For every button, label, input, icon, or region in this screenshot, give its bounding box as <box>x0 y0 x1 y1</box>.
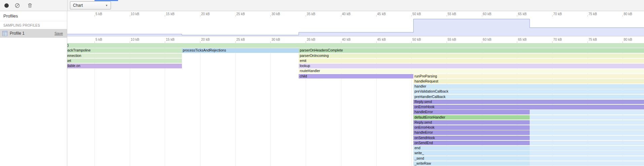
flame-bar[interactable]: end <box>413 146 530 151</box>
profile-item-profile-1[interactable]: Profile 1 Save <box>0 29 67 38</box>
ruler-tick-label: 50 kB <box>411 38 421 41</box>
flame-bar-unlabeled[interactable] <box>530 120 644 125</box>
view-mode-select[interactable]: Chart ▼ <box>70 1 111 9</box>
flame-bar[interactable]: preValidationCallback <box>413 89 644 94</box>
ruler-tick-label: 45 kB <box>376 38 386 41</box>
flame-bar[interactable]: onSendHook <box>413 136 530 140</box>
flame-bar[interactable]: Reply.send <box>413 100 644 104</box>
ruler-tick-label: 75 kB <box>588 38 597 41</box>
ruler-tick-label: 20 kB <box>200 12 210 16</box>
toolbar-separator <box>67 0 68 11</box>
save-profile-link[interactable]: Save <box>54 31 63 35</box>
ruler-tick-label: 50 kB <box>411 12 421 16</box>
flame-bar[interactable]: defaultErrorHandler <box>413 115 530 120</box>
record-icon <box>4 3 9 8</box>
ruler-tick-label: 40 kB <box>341 12 351 16</box>
ruler-tick-label: 30 kB <box>270 38 280 41</box>
flame-bar-unlabeled[interactable] <box>530 146 644 151</box>
flame-bar-unlabeled[interactable] <box>530 125 644 130</box>
flame-bar[interactable]: processTicksAndRejections <box>182 48 299 53</box>
flame-bar[interactable]: parserOnIncoming <box>299 54 644 58</box>
ruler-top: 5 kB10 kB15 kB20 kB25 kB30 kB35 kB40 kB4… <box>67 11 644 16</box>
ruler-tick-label: 35 kB <box>306 38 315 41</box>
ruler-tick-label: 25 kB <box>235 12 245 16</box>
ruler-tick-label: 70 kB <box>552 12 562 16</box>
flame-bar[interactable]: preHandlerCallback <box>413 95 644 99</box>
flame-bar[interactable]: handleError <box>413 110 530 114</box>
flame-bar-unlabeled[interactable] <box>530 151 644 156</box>
flame-bar[interactable]: Socket <box>67 59 182 63</box>
flame-bar[interactable]: onSendEnd <box>413 141 530 145</box>
flame-bar[interactable]: runPreParsing <box>413 74 644 79</box>
ruler-tick-label: 80 kB <box>622 12 632 16</box>
view-mode-value: Chart <box>73 3 83 8</box>
flame-bar[interactable]: _send <box>413 156 530 161</box>
flame-bar-unlabeled[interactable] <box>530 161 644 166</box>
flame-bar[interactable]: (root) <box>67 43 644 48</box>
tab-indicator <box>94 0 118 1</box>
profile-name: Profile 1 <box>10 31 54 36</box>
flame-bar-unlabeled[interactable] <box>530 141 644 145</box>
ruler-tick-label: 65 kB <box>517 38 527 41</box>
ruler-tick-label: 10 kB <box>130 12 140 16</box>
ruler-tick-label: 55 kB <box>447 12 456 16</box>
flame-bar[interactable]: handler <box>413 84 644 89</box>
flame-bar[interactable]: child <box>299 74 413 79</box>
flame-bar[interactable]: onErrorHook <box>413 105 644 109</box>
ruler-tick-label: 80 kB <box>622 38 632 41</box>
ruler-tick-label: 5 kB <box>94 12 102 16</box>
flame-bar-unlabeled[interactable] <box>530 115 644 120</box>
chevron-down-icon: ▼ <box>105 4 108 7</box>
record-button[interactable] <box>2 1 11 10</box>
overview-area-chart <box>67 16 644 36</box>
gridline <box>270 43 271 166</box>
flame-bar[interactable]: _writeRaw <box>413 161 530 166</box>
ruler-tick-label: 10 kB <box>130 38 140 41</box>
flame-bar[interactable]: onErrorHook <box>413 125 530 130</box>
ruler-tick-label: 55 kB <box>447 38 456 41</box>
flame-bar[interactable]: Readable.on <box>67 64 182 68</box>
sidebar: Profiles SAMPLING PROFILES Profile 1 Sav… <box>0 11 67 166</box>
ruler-tick-label: 60 kB <box>482 12 492 16</box>
sampling-profiles-header: SAMPLING PROFILES <box>0 21 67 29</box>
gridline <box>200 43 200 166</box>
flame-bar-unlabeled[interactable] <box>530 130 644 135</box>
flame-bar-unlabeled[interactable] <box>530 156 644 161</box>
flame-bar[interactable]: parserOnHeadersComplete <box>299 48 644 53</box>
flame-bar[interactable]: onconnection <box>67 54 182 58</box>
toolbar: Chart ▼ <box>0 0 644 11</box>
delete-profile-button[interactable] <box>26 1 34 10</box>
flame-bar[interactable]: write_ <box>413 151 530 156</box>
flame-bar[interactable]: handleError <box>413 130 530 135</box>
ruler-tick-label: 15 kB <box>165 38 175 41</box>
gridline <box>235 43 236 166</box>
ruler-tick-label: 15 kB <box>165 12 175 16</box>
ruler-bottom: 5 kB10 kB15 kB20 kB25 kB30 kB35 kB40 kB4… <box>67 36 644 43</box>
flame-bar[interactable]: Reply.send <box>413 120 530 125</box>
ruler-tick-label: 45 kB <box>376 12 386 16</box>
flame-bar[interactable]: callbackTrampoline <box>67 48 182 53</box>
ruler-tick-label: 30 kB <box>270 12 280 16</box>
sidebar-title: Profiles <box>0 11 67 21</box>
clear-icon <box>14 3 20 8</box>
ruler-tick-label: 65 kB <box>517 12 527 16</box>
ruler-tick-label: 70 kB <box>552 38 562 41</box>
flame-bar[interactable]: routeHandler <box>299 69 644 73</box>
flame-bar-unlabeled[interactable] <box>530 136 644 140</box>
flame-bar[interactable]: lookup <box>299 64 644 68</box>
trash-icon <box>27 3 33 8</box>
ruler-tick-label: 25 kB <box>235 38 245 41</box>
flame-bar-unlabeled[interactable] <box>530 110 644 114</box>
flame-bar[interactable]: emit <box>299 59 644 63</box>
flame-chart[interactable]: (root)callbackTrampolineprocessTicksAndR… <box>67 43 644 166</box>
memory-overview[interactable] <box>67 16 644 36</box>
main-panel: 5 kB10 kB15 kB20 kB25 kB30 kB35 kB40 kB4… <box>67 11 644 166</box>
ruler-tick-label: 35 kB <box>306 12 315 16</box>
ruler-tick-label: 75 kB <box>588 12 597 16</box>
profile-icon <box>2 31 8 36</box>
clear-profiles-button[interactable] <box>13 1 22 10</box>
ruler-tick-label: 60 kB <box>482 38 492 41</box>
flame-bar[interactable]: handleRequest <box>413 79 644 84</box>
ruler-tick-label: 20 kB <box>200 38 210 41</box>
ruler-tick-label: 40 kB <box>341 38 351 41</box>
